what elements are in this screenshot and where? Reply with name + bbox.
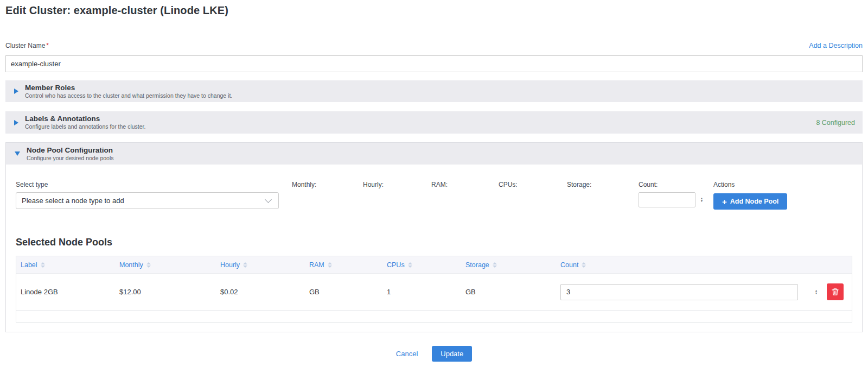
labels-annotations-title: Labels & Annotations xyxy=(25,115,816,123)
add-description-link[interactable]: Add a Description xyxy=(809,42,863,49)
table-row: Linode 2GB $12.00 $0.02 GB 1 GB ▴▾ xyxy=(16,273,852,310)
trash-icon xyxy=(831,288,839,296)
node-pool-configuration-title: Node Pool Configuration xyxy=(27,146,854,154)
ram-label: RAM: xyxy=(431,181,499,188)
delete-node-pool-button[interactable] xyxy=(827,283,844,300)
add-node-pool-form: Select type Please select a node type to… xyxy=(16,181,852,210)
pool-hourly-cell: $0.02 xyxy=(216,288,305,296)
cancel-button[interactable]: Cancel xyxy=(396,350,418,358)
caret-down-icon xyxy=(15,151,20,156)
column-header-ram[interactable]: RAM xyxy=(305,261,382,269)
storage-label: Storage: xyxy=(567,181,639,188)
column-header-monthly[interactable]: Monthly xyxy=(115,261,216,269)
cluster-name-label-row: Cluster Name* Add a Description xyxy=(5,42,863,49)
cluster-name-input[interactable] xyxy=(5,55,863,72)
member-roles-title: Member Roles xyxy=(25,84,855,92)
sort-icon xyxy=(328,262,332,268)
pool-count-input[interactable] xyxy=(560,284,798,300)
actions-label: Actions xyxy=(713,181,787,188)
sort-icon xyxy=(146,262,151,268)
member-roles-accordion[interactable]: Member Roles Control who has access to t… xyxy=(5,80,863,102)
count-input[interactable] xyxy=(639,192,695,207)
sort-icon xyxy=(493,262,497,268)
selected-node-pools-heading: Selected Node Pools xyxy=(16,237,852,248)
node-pool-configuration-subtitle: Configure your desired node pools xyxy=(27,155,854,162)
stepper-arrows-icon[interactable]: ▴▾ xyxy=(701,197,703,203)
column-header-label[interactable]: Label xyxy=(16,261,115,269)
select-type-label: Select type xyxy=(16,181,279,188)
cpus-label: CPUs: xyxy=(499,181,567,188)
column-header-hourly[interactable]: Hourly xyxy=(216,261,305,269)
sort-icon xyxy=(408,262,412,268)
node-type-select-value: Please select a node type to add xyxy=(22,197,124,205)
node-type-select[interactable]: Please select a node type to add xyxy=(16,192,279,209)
caret-right-icon xyxy=(14,89,18,94)
node-pool-configuration-body: Select type Please select a node type to… xyxy=(6,165,862,332)
edit-cluster-page: Edit Cluster: example-cluster (Linode LK… xyxy=(0,4,868,362)
member-roles-subtitle: Control who has access to the cluster an… xyxy=(25,92,855,99)
table-header-row: Label Monthly Hourly RAM xyxy=(16,256,852,273)
count-label: Count: xyxy=(639,181,706,188)
plus-icon: + xyxy=(722,198,727,206)
column-header-storage[interactable]: Storage xyxy=(461,261,556,269)
pool-cpus-cell: 1 xyxy=(382,288,461,296)
column-header-cpus[interactable]: CPUs xyxy=(382,261,461,269)
pool-label-cell: Linode 2GB xyxy=(16,288,115,296)
caret-right-icon xyxy=(14,120,18,125)
column-header-count[interactable]: Count xyxy=(556,261,827,269)
labels-annotations-subtitle: Configure labels and annotations for the… xyxy=(25,123,816,130)
monthly-label: Monthly: xyxy=(292,181,363,188)
labels-annotations-accordion[interactable]: Labels & Annotations Configure labels an… xyxy=(5,111,863,134)
stepper-arrows-icon[interactable]: ▴▾ xyxy=(815,289,817,295)
node-pool-configuration-accordion[interactable]: Node Pool Configuration Configure your d… xyxy=(6,143,862,165)
table-footer-row xyxy=(16,310,852,322)
pool-ram-cell: GB xyxy=(305,288,382,296)
page-title: Edit Cluster: example-cluster (Linode LK… xyxy=(5,4,863,17)
sort-icon xyxy=(582,262,586,268)
required-asterisk: * xyxy=(46,42,49,49)
sort-icon xyxy=(243,262,247,268)
configured-count-badge: 8 Configured xyxy=(816,119,855,127)
update-button[interactable]: Update xyxy=(432,346,472,362)
form-actions: Cancel Update xyxy=(5,346,863,362)
chevron-down-icon xyxy=(265,196,272,203)
pool-monthly-cell: $12.00 xyxy=(115,288,216,296)
selected-node-pools-table: Label Monthly Hourly RAM xyxy=(16,256,852,323)
pool-storage-cell: GB xyxy=(461,288,556,296)
add-node-pool-button[interactable]: + Add Node Pool xyxy=(713,193,787,210)
cluster-name-label: Cluster Name* xyxy=(5,42,49,49)
sort-icon xyxy=(41,262,45,268)
hourly-label: Hourly: xyxy=(363,181,431,188)
node-pool-configuration-panel: Node Pool Configuration Configure your d… xyxy=(5,142,863,332)
